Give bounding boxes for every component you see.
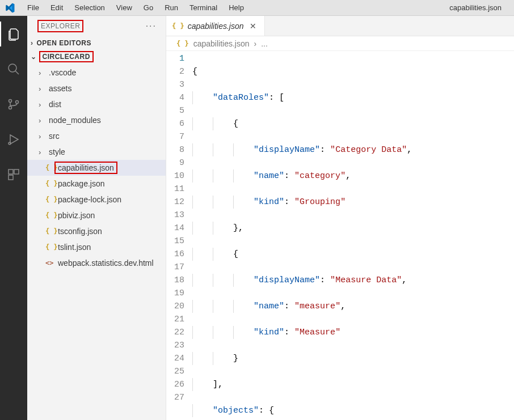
code-content[interactable]: { "dataRoles": [ { "displayName": "Categ… [192, 51, 514, 420]
activity-bar [0, 16, 27, 420]
search-icon [7, 62, 20, 76]
svg-rect-7 [9, 169, 13, 174]
svg-point-4 [16, 101, 19, 104]
activity-search[interactable] [0, 57, 27, 82]
json-file-icon: { } [172, 22, 184, 30]
json-file-icon: { } [45, 227, 54, 235]
json-file-icon: { } [45, 196, 54, 203]
folder-assets[interactable]: ›assets [27, 80, 166, 96]
menu-file[interactable]: File [22, 3, 45, 12]
menu-go[interactable]: Go [138, 3, 159, 12]
vscode-logo-icon [5, 3, 15, 13]
chevron-down-icon: ⌄ [31, 53, 37, 61]
explorer-more-actions[interactable]: ··· [146, 21, 157, 31]
svg-rect-8 [14, 169, 19, 174]
editor-area: { } capabilities.json ✕ { } capabilities… [166, 16, 514, 420]
tab-label: capabilities.json [188, 22, 244, 31]
menu-bar: File Edit Selection View Go Run Terminal… [0, 0, 514, 16]
menu-edit[interactable]: Edit [45, 3, 69, 12]
folder-dist[interactable]: ›dist [27, 96, 166, 112]
svg-point-6 [9, 142, 11, 145]
folder-node-modules[interactable]: ›node_modules [27, 112, 166, 128]
svg-marker-5 [10, 135, 18, 144]
chevron-right-icon: › [254, 39, 257, 48]
tab-capabilities-json[interactable]: { } capabilities.json ✕ [166, 16, 265, 36]
json-file-icon: { } [45, 211, 54, 219]
extensions-icon [7, 168, 20, 181]
title-filename: capabilities.json [441, 3, 509, 12]
debug-icon [7, 133, 20, 146]
chevron-right-icon: › [39, 84, 45, 93]
json-file-icon: { } [176, 40, 189, 48]
file-label: package-lock.json [58, 195, 121, 204]
file-tsconfig-json[interactable]: { }tsconfig.json [27, 223, 166, 239]
svg-rect-9 [9, 175, 13, 180]
file-label: tsconfig.json [58, 227, 102, 236]
line-number-gutter: 1 2 3 4 5 6 7 8 9 10 11 12 13 14 15 16 1… [166, 51, 192, 420]
activity-source-control[interactable] [0, 92, 27, 117]
chevron-right-icon: › [39, 69, 45, 77]
menu-run[interactable]: Run [159, 3, 184, 12]
chevron-right-icon: › [31, 39, 33, 47]
explorer-sidebar: EXPLORER ··· › OPEN EDITORS ⌄ CIRCLECARD… [27, 16, 166, 420]
chevron-right-icon: › [39, 116, 45, 125]
open-editors-section[interactable]: › OPEN EDITORS [27, 36, 166, 50]
files-icon [7, 27, 20, 41]
file-tslint-json[interactable]: { }tslint.json [27, 239, 166, 255]
breadcrumb-bar[interactable]: { } capabilities.json › ... [166, 36, 514, 51]
folder-label: style [49, 147, 65, 156]
open-editors-label: OPEN EDITORS [37, 39, 91, 47]
svg-line-1 [15, 71, 19, 74]
file-webpack-html[interactable]: <>webpack.statistics.dev.html [27, 255, 166, 271]
menu-view[interactable]: View [111, 3, 138, 12]
file-pbiviz-json[interactable]: { }pbiviz.json [27, 207, 166, 223]
file-label: webpack.statistics.dev.html [58, 258, 154, 268]
menu-terminal[interactable]: Terminal [184, 3, 223, 12]
project-section[interactable]: ⌄ CIRCLECARD [27, 50, 166, 63]
editor-tabs: { } capabilities.json ✕ [166, 16, 514, 36]
breadcrumb-trail: ... [261, 39, 268, 48]
folder-style[interactable]: ›style [27, 144, 166, 160]
project-label: CIRCLECARD [40, 52, 92, 61]
file-tree: ›.vscode ›assets ›dist ›node_modules ›sr… [27, 63, 166, 420]
explorer-title: EXPLORER [39, 21, 82, 31]
file-label: package.json [58, 179, 105, 188]
json-file-icon: { } [45, 243, 54, 251]
file-label: pbiviz.json [58, 211, 95, 220]
chevron-right-icon: › [39, 100, 45, 109]
file-label: capabilities.json [56, 163, 116, 173]
svg-point-2 [9, 100, 12, 103]
chevron-right-icon: › [39, 132, 45, 141]
menu-selection[interactable]: Selection [69, 3, 110, 12]
menu-help[interactable]: Help [223, 3, 250, 12]
code-editor[interactable]: 1 2 3 4 5 6 7 8 9 10 11 12 13 14 15 16 1… [166, 51, 514, 420]
activity-extensions[interactable] [0, 162, 27, 187]
folder-label: .vscode [49, 68, 76, 77]
svg-point-0 [9, 64, 16, 72]
svg-point-3 [9, 107, 12, 109]
json-file-icon: { } [45, 164, 54, 172]
folder-label: assets [49, 84, 71, 93]
activity-run-debug[interactable] [0, 127, 27, 152]
folder-label: src [49, 131, 60, 141]
html-file-icon: <> [45, 259, 54, 267]
folder-label: dist [49, 100, 61, 109]
file-capabilities-json[interactable]: { }capabilities.json [27, 160, 166, 176]
folder-src[interactable]: ›src [27, 128, 166, 144]
branch-icon [7, 97, 20, 111]
chevron-right-icon: › [39, 148, 45, 156]
folder-label: node_modules [49, 116, 101, 125]
close-tab-icon[interactable]: ✕ [247, 22, 259, 31]
activity-explorer[interactable] [0, 22, 27, 46]
file-package-lock-json[interactable]: { }package-lock.json [27, 192, 166, 207]
folder-vscode[interactable]: ›.vscode [27, 65, 166, 80]
file-label: tslint.json [58, 243, 91, 252]
json-file-icon: { } [45, 180, 54, 188]
breadcrumb-file: capabilities.json [193, 39, 250, 48]
file-package-json[interactable]: { }package.json [27, 176, 166, 192]
